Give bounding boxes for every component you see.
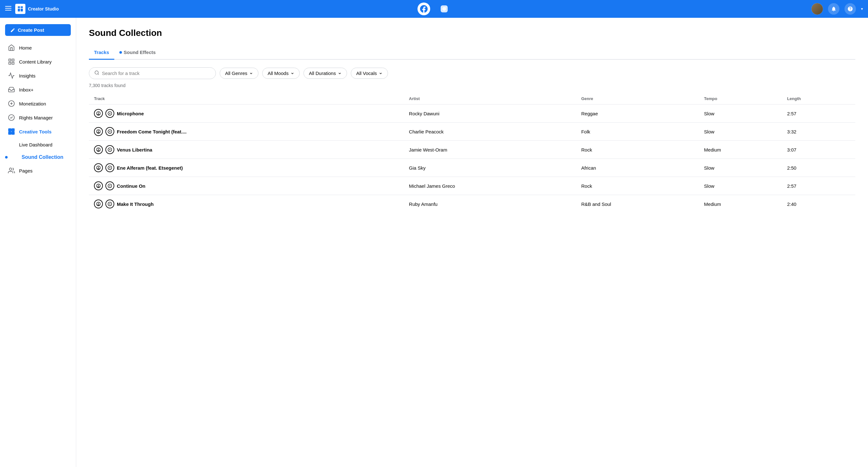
notifications-btn[interactable] bbox=[828, 3, 839, 14]
sidebar-item-content-library[interactable]: Content Library bbox=[3, 55, 73, 68]
svg-rect-18 bbox=[8, 129, 11, 131]
svg-rect-13 bbox=[9, 62, 11, 64]
all-vocals-label: All Vocals bbox=[356, 70, 377, 76]
play-btn-5[interactable] bbox=[105, 200, 114, 208]
tracks-table: Track Artist Genre Tempo Length Micropho… bbox=[89, 93, 855, 213]
track-genre-3: African bbox=[576, 159, 699, 177]
svg-rect-12 bbox=[12, 62, 14, 64]
sidebar-item-inbox[interactable]: Inbox+ bbox=[3, 83, 73, 96]
page-title: Sound Collection bbox=[89, 28, 855, 38]
svg-marker-42 bbox=[110, 203, 111, 205]
track-artist-4: Michael James Greco bbox=[404, 177, 576, 195]
help-btn[interactable] bbox=[844, 3, 856, 14]
table-row[interactable]: Continue On Michael James Greco Rock Slo… bbox=[89, 177, 855, 195]
track-artist-2: Jamie West-Oram bbox=[404, 141, 576, 159]
sidebar-item-insights[interactable]: Insights bbox=[3, 69, 73, 82]
sidebar-item-home[interactable]: Home bbox=[3, 41, 73, 54]
inbox-icon bbox=[8, 86, 15, 93]
avatar[interactable] bbox=[811, 3, 823, 14]
play-btn-1[interactable] bbox=[105, 127, 114, 136]
all-genres-label: All Genres bbox=[225, 70, 247, 76]
all-moods-filter[interactable]: All Moods bbox=[262, 68, 300, 79]
download-btn-4[interactable] bbox=[94, 181, 103, 190]
download-btn-5[interactable] bbox=[94, 200, 103, 208]
sidebar-item-sound-collection[interactable]: Sound Collection bbox=[3, 151, 73, 163]
home-icon bbox=[8, 44, 15, 51]
download-btn-1[interactable] bbox=[94, 127, 103, 136]
sidebar-item-monetization[interactable]: Monetization bbox=[3, 97, 73, 110]
track-cell-1: Freedom Come Tonight (feat.... bbox=[89, 123, 404, 141]
sidebar-label-insights: Insights bbox=[19, 73, 36, 79]
sidebar-label-content-library: Content Library bbox=[19, 59, 52, 64]
track-cell-3: Ene Alferam (feat. Etsegenet) bbox=[89, 159, 404, 177]
track-artist-5: Ruby Amanfu bbox=[404, 195, 576, 213]
track-genre-4: Rock bbox=[576, 177, 699, 195]
sidebar-label-live-dashboard: Live Dashboard bbox=[19, 142, 52, 147]
svg-line-24 bbox=[98, 74, 99, 75]
all-durations-filter[interactable]: All Durations bbox=[304, 68, 347, 79]
play-btn-4[interactable] bbox=[105, 181, 114, 190]
track-genre-2: Rock bbox=[576, 141, 699, 159]
insights-icon bbox=[8, 72, 15, 79]
track-genre-0: Reggae bbox=[576, 105, 699, 123]
svg-rect-11 bbox=[12, 59, 14, 61]
sidebar-label-pages: Pages bbox=[19, 168, 33, 173]
sidebar-label-sound-collection: Sound Collection bbox=[10, 154, 63, 160]
table-row[interactable]: Ene Alferam (feat. Etsegenet) Gia Sky Af… bbox=[89, 159, 855, 177]
play-btn-2[interactable] bbox=[105, 145, 114, 154]
table-row[interactable]: Make It Through Ruby Amanfu R&B and Soul… bbox=[89, 195, 855, 213]
download-btn-3[interactable] bbox=[94, 163, 103, 172]
track-tempo-5: Medium bbox=[699, 195, 782, 213]
track-name-5: Make It Through bbox=[117, 201, 154, 207]
svg-rect-2 bbox=[5, 10, 11, 10]
track-artist-1: Charlie Peacock bbox=[404, 123, 576, 141]
track-cell-5: Make It Through bbox=[89, 195, 404, 213]
svg-marker-27 bbox=[110, 113, 111, 114]
svg-rect-4 bbox=[21, 6, 23, 8]
all-moods-label: All Moods bbox=[268, 70, 288, 76]
search-input[interactable] bbox=[102, 70, 211, 76]
hamburger-icon[interactable] bbox=[5, 5, 11, 13]
dropdown-icon[interactable]: ▾ bbox=[861, 7, 863, 11]
svg-rect-20 bbox=[8, 132, 11, 135]
track-tempo-1: Slow bbox=[699, 123, 782, 141]
top-nav: Creator Studio ▾ bbox=[0, 0, 868, 18]
table-row[interactable]: Microphone Rocky Dawuni Reggae Slow 2:57 bbox=[89, 105, 855, 123]
all-durations-label: All Durations bbox=[309, 70, 336, 76]
tab-tracks[interactable]: Tracks bbox=[89, 46, 114, 60]
sidebar-item-pages[interactable]: Pages bbox=[3, 164, 73, 177]
svg-point-9 bbox=[445, 7, 446, 8]
track-tempo-2: Medium bbox=[699, 141, 782, 159]
instagram-nav-btn[interactable] bbox=[438, 3, 451, 15]
filters-row: All Genres All Moods All Durations All V… bbox=[89, 67, 855, 79]
track-cell-0: Microphone bbox=[89, 105, 404, 123]
play-btn-0[interactable] bbox=[105, 109, 114, 118]
creative-tools-icon bbox=[8, 128, 15, 135]
all-genres-filter[interactable]: All Genres bbox=[220, 68, 258, 79]
play-btn-3[interactable] bbox=[105, 163, 114, 172]
download-btn-2[interactable] bbox=[94, 145, 103, 154]
tab-sound-effects-label: Sound Effects bbox=[124, 50, 156, 55]
download-btn-0[interactable] bbox=[94, 109, 103, 118]
all-vocals-filter[interactable]: All Vocals bbox=[351, 68, 388, 79]
sidebar-item-rights-manager[interactable]: Rights Manager bbox=[3, 111, 73, 124]
track-length-0: 2:57 bbox=[782, 105, 855, 123]
sidebar-item-creative-tools[interactable]: Creative Tools bbox=[3, 125, 73, 138]
svg-rect-19 bbox=[12, 129, 14, 131]
svg-rect-0 bbox=[5, 6, 11, 7]
facebook-nav-btn[interactable] bbox=[417, 3, 430, 15]
svg-marker-39 bbox=[110, 185, 111, 187]
table-row[interactable]: Venus Libertina Jamie West-Oram Rock Med… bbox=[89, 141, 855, 159]
col-header-track: Track bbox=[89, 93, 404, 105]
svg-rect-1 bbox=[5, 8, 11, 8]
tab-sound-effects[interactable]: Sound Effects bbox=[114, 46, 161, 60]
create-post-button[interactable]: Create Post bbox=[5, 24, 71, 36]
sidebar-item-live-dashboard[interactable]: Live Dashboard bbox=[3, 139, 73, 151]
tab-sound-effects-dot bbox=[119, 51, 122, 54]
track-name-1: Freedom Come Tonight (feat.... bbox=[117, 129, 187, 135]
sidebar-label-creative-tools: Creative Tools bbox=[19, 129, 52, 135]
table-row[interactable]: Freedom Come Tonight (feat.... Charlie P… bbox=[89, 123, 855, 141]
rights-manager-icon bbox=[8, 114, 15, 121]
sidebar-nav: Home Content Library Insights bbox=[0, 41, 76, 177]
pages-icon bbox=[8, 167, 15, 174]
